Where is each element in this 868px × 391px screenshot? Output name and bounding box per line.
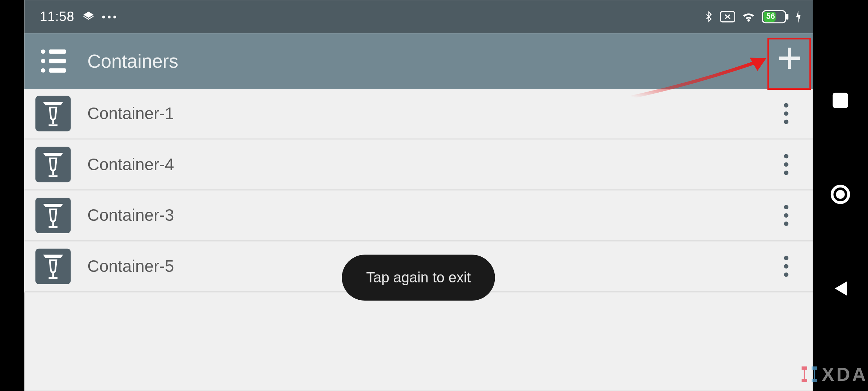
add-container-button[interactable] [769, 39, 810, 80]
container-row[interactable]: Container-4 [24, 140, 813, 191]
container-label: Container-1 [88, 104, 775, 123]
triangle-back-icon [833, 280, 848, 299]
square-icon [833, 93, 848, 110]
app-bar: Containers [24, 33, 813, 89]
more-dots-icon [102, 15, 116, 18]
svg-point-6 [836, 190, 844, 199]
more-vertical-icon [784, 154, 788, 175]
home-button[interactable] [824, 179, 857, 212]
recents-button[interactable] [824, 85, 857, 118]
no-sim-icon [720, 10, 735, 23]
system-navigation-bar [813, 0, 868, 391]
container-icon [35, 249, 71, 284]
wifi-icon [741, 10, 756, 23]
row-more-button[interactable] [775, 199, 797, 232]
container-icon [35, 96, 71, 131]
exit-toast: Tap again to exit [342, 255, 495, 301]
menu-button[interactable] [32, 40, 74, 82]
app-screen: 11:58 [24, 0, 813, 391]
container-label: Container-4 [88, 155, 775, 174]
container-row[interactable]: Container-1 [24, 89, 813, 140]
charging-icon [795, 10, 801, 23]
clock-time: 11:58 [40, 9, 75, 25]
container-label: Container-3 [88, 206, 775, 225]
row-more-button[interactable] [775, 97, 797, 130]
battery-icon: 56 [762, 10, 789, 24]
battery-percent: 56 [766, 12, 775, 20]
svg-rect-3 [786, 14, 788, 20]
circle-icon [830, 184, 851, 207]
container-icon [35, 147, 71, 182]
status-bar: 11:58 [24, 0, 813, 33]
container-row[interactable]: Container-3 [24, 190, 813, 241]
container-icon [35, 198, 71, 233]
layers-icon [82, 10, 94, 23]
more-vertical-icon [784, 205, 788, 226]
back-button[interactable] [824, 273, 857, 306]
more-vertical-icon [784, 256, 788, 277]
toast-text: Tap again to exit [366, 269, 471, 286]
list-menu-icon [41, 49, 65, 72]
more-vertical-icon [784, 103, 788, 124]
svg-rect-4 [833, 93, 848, 108]
row-more-button[interactable] [775, 250, 797, 283]
plus-icon [777, 46, 802, 73]
page-title: Containers [88, 50, 178, 72]
row-more-button[interactable] [775, 148, 797, 181]
bluetooth-icon [703, 9, 714, 24]
